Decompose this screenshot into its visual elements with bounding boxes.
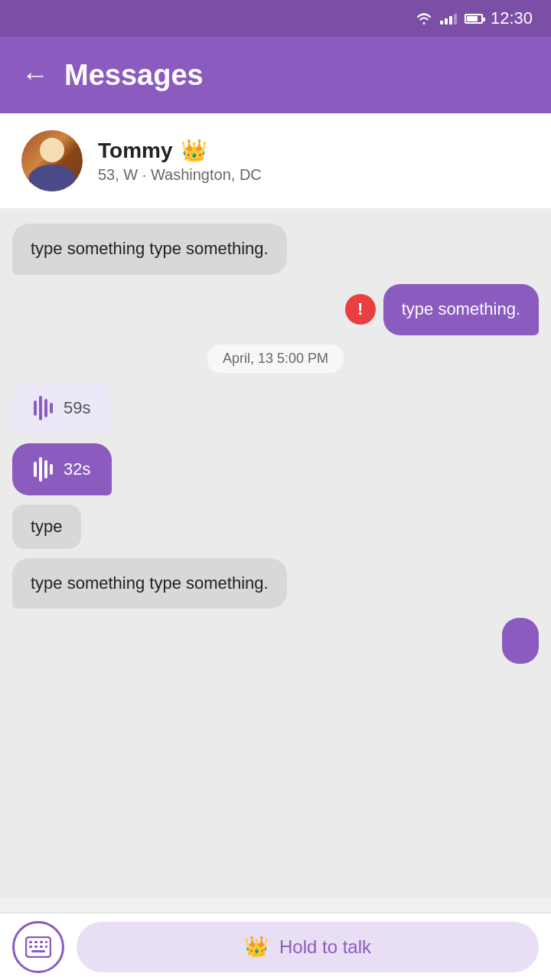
message-row: type something type something. xyxy=(12,224,539,275)
svg-rect-8 xyxy=(45,946,47,948)
page-title: Messages xyxy=(64,59,204,92)
svg-rect-3 xyxy=(40,941,43,943)
hold-crown-icon: 👑 xyxy=(244,935,269,959)
status-time: 12:30 xyxy=(491,8,533,28)
svg-rect-9 xyxy=(31,950,45,952)
back-button[interactable]: ← xyxy=(21,59,49,91)
status-icons: 12:30 xyxy=(416,8,533,28)
profile-section: Tommy 👑 53, W · Washington, DC xyxy=(0,113,551,208)
message-row: ! type something. xyxy=(12,284,539,335)
svg-rect-1 xyxy=(29,941,32,943)
voice-message-sent-row: 32s xyxy=(12,443,539,495)
signal-icon xyxy=(440,12,457,24)
keyboard-icon xyxy=(25,936,51,958)
hold-to-talk-label: Hold to talk xyxy=(279,936,371,958)
error-icon[interactable]: ! xyxy=(345,294,376,325)
voice-message-row: 59s xyxy=(12,382,539,434)
sent-bubble: type something. xyxy=(383,284,539,335)
svg-rect-6 xyxy=(34,946,37,948)
svg-rect-4 xyxy=(45,941,47,943)
svg-rect-5 xyxy=(29,946,32,948)
voice-duration: 32s xyxy=(64,459,90,479)
svg-rect-7 xyxy=(40,946,43,948)
profile-name: Tommy xyxy=(98,139,173,163)
avatar xyxy=(21,130,83,191)
premium-crown-icon: 👑 xyxy=(181,138,207,163)
message-row: type something type something. xyxy=(12,558,539,609)
svg-rect-2 xyxy=(34,941,37,943)
message-row: type xyxy=(12,505,539,549)
waveform-icon xyxy=(34,396,53,420)
voice-bubble-sent[interactable]: 32s xyxy=(12,443,112,495)
voice-duration: 59s xyxy=(64,398,90,418)
chat-area: type something type something. ! type so… xyxy=(0,208,551,897)
received-bubble-short: type xyxy=(12,505,81,549)
received-bubble: type something type something. xyxy=(12,558,287,609)
received-bubble: type something type something. xyxy=(12,224,287,275)
wifi-icon xyxy=(416,12,432,24)
partial-sent-bubble xyxy=(502,618,539,664)
timestamp: April, 13 5:00 PM xyxy=(207,345,344,373)
timestamp-row: April, 13 5:00 PM xyxy=(12,345,539,373)
voice-bubble-received[interactable]: 59s xyxy=(12,382,112,434)
waveform-icon xyxy=(34,457,53,482)
status-bar: 12:30 xyxy=(0,0,551,37)
profile-info: Tommy 👑 53, W · Washington, DC xyxy=(98,138,530,184)
profile-meta: 53, W · Washington, DC xyxy=(98,166,530,184)
bottom-bar: 👑 Hold to talk xyxy=(0,913,551,980)
partial-message-row xyxy=(12,618,539,664)
keyboard-button[interactable] xyxy=(12,921,64,973)
battery-icon xyxy=(465,14,483,24)
hold-to-talk-button[interactable]: 👑 Hold to talk xyxy=(77,922,539,972)
header: ← Messages xyxy=(0,37,551,113)
